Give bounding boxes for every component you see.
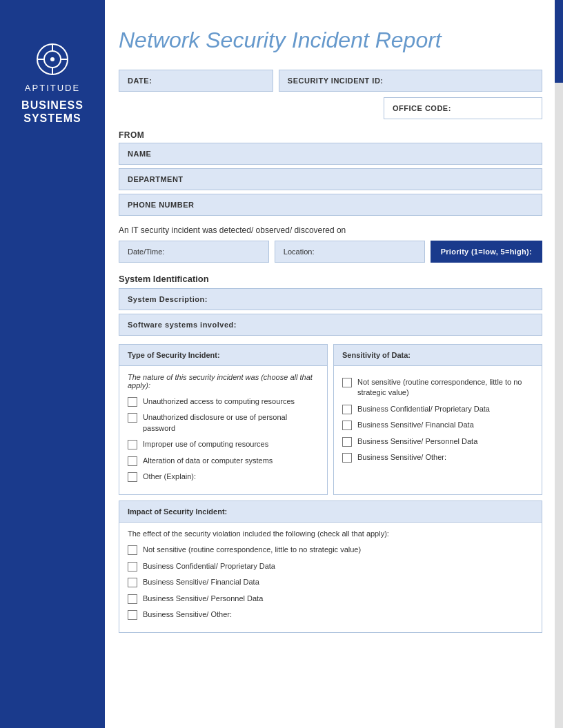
sens-checkbox-label-4: Business Sensitive/ Other: [357, 452, 446, 463]
software-field[interactable]: Software systems involved: [119, 314, 542, 336]
office-code-row: OFFICE CODE: [119, 97, 542, 119]
type-checkbox-4[interactable] [128, 472, 137, 482]
sens-checkbox-label-0: Not sensitive (routine correspondence, l… [357, 377, 533, 398]
sens-checkbox-item-1: Business Confidential/ Proprietary Data [342, 404, 533, 414]
sens-checkbox-item-0: Not sensitive (routine correspondence, l… [342, 377, 533, 398]
impact-checkbox-1[interactable] [128, 562, 137, 572]
sens-checkbox-3[interactable] [342, 437, 352, 447]
type-checkbox-1[interactable] [128, 413, 137, 423]
sensitivity-panel: Sensitivity of Data: Not sensitive (rout… [333, 344, 542, 495]
sensitivity-panel-body: Not sensitive (routine correspondence, l… [334, 366, 542, 475]
sens-checkbox-label-1: Business Confidential/ Proprietary Data [357, 404, 490, 414]
security-id-field[interactable]: SECURITY INCIDENT ID: [279, 70, 542, 92]
top-fields-row: DATE: SECURITY INCIDENT ID: [119, 70, 542, 92]
impact-header: Impact of Security Incident: [119, 501, 542, 523]
sidebar: APTITUDE BUSINESS SYSTEMS [0, 0, 105, 728]
sens-checkbox-label-2: Business Sensitive/ Financial Data [357, 420, 474, 430]
impact-subtitle: The effect of the security violation inc… [128, 529, 533, 538]
type-checkbox-label-1: Unauthorized disclosure or use of person… [143, 412, 319, 434]
type-checkbox-item-1: Unauthorized disclosure or use of person… [128, 412, 319, 434]
type-checkbox-item-4: Other (Explain): [128, 472, 319, 482]
department-field[interactable]: DEPARTMENT [119, 168, 542, 190]
impact-section: Impact of Security Incident: The effect … [119, 501, 542, 633]
type-panel-header: Type of Security Incident: [119, 345, 327, 366]
impact-checkbox-label-1: Business Confidential/ Proprietary Data [143, 561, 275, 572]
impact-checkbox-item-2: Business Sensitive/ Financial Data [128, 577, 533, 587]
incident-detail-row: Date/Time: Location: Priority (1=low, 5=… [119, 241, 542, 263]
scrollbar-thumb[interactable] [555, 0, 563, 83]
type-sensitivity-row: Type of Security Incident: The nature of… [119, 344, 542, 495]
type-panel-body: The nature of this security incident was… [119, 366, 327, 494]
impact-checkbox-label-0: Not sensitive (routine correspondence, l… [143, 545, 361, 555]
brand-main-label: BUSINESS SYSTEMS [21, 99, 83, 125]
impact-body: The effect of the security violation inc… [119, 523, 542, 632]
impact-checkbox-3[interactable] [128, 594, 137, 604]
sens-checkbox-1[interactable] [342, 405, 352, 414]
date-field[interactable]: DATE: [119, 70, 273, 92]
from-label: FROM [119, 126, 542, 143]
type-checkbox-label-4: Other (Explain): [143, 472, 196, 482]
name-field[interactable]: NAME [119, 143, 542, 165]
sens-checkbox-4[interactable] [342, 453, 352, 463]
impact-checkbox-label-3: Business Sensitive/ Personnel Data [143, 594, 263, 604]
sens-checkbox-item-3: Business Sensitive/ Personnel Data [342, 436, 533, 447]
phone-field[interactable]: PHONE NUMBER [119, 194, 542, 216]
impact-checkbox-item-3: Business Sensitive/ Personnel Data [128, 594, 533, 604]
type-checkbox-label-0: Unauthorized access to computing resourc… [143, 396, 295, 407]
sens-checkbox-item-4: Business Sensitive/ Other: [342, 452, 533, 463]
svg-point-6 [50, 57, 55, 61]
incident-location-field[interactable]: Location: [275, 241, 425, 263]
impact-checkbox-item-4: Business Sensitive/ Other: [128, 609, 533, 620]
scrollbar[interactable] [555, 0, 563, 728]
sensitivity-panel-header: Sensitivity of Data: [334, 345, 542, 366]
sens-checkbox-0[interactable] [342, 378, 352, 387]
type-panel-subtitle: The nature of this security incident was… [128, 373, 319, 390]
system-desc-field[interactable]: System Description: [119, 288, 542, 310]
system-id-title: System Identification [119, 274, 542, 284]
type-checkbox-item-2: Improper use of computing resources [128, 439, 319, 449]
impact-checkbox-label-4: Business Sensitive/ Other: [143, 609, 232, 620]
type-checkbox-2[interactable] [128, 440, 137, 449]
sens-checkbox-label-3: Business Sensitive/ Personnel Data [357, 436, 477, 447]
aptitude-icon [34, 41, 70, 77]
type-checkbox-3[interactable] [128, 456, 137, 466]
sens-checkbox-2[interactable] [342, 421, 352, 430]
incident-detected-text: An IT security incident was detected/ ob… [119, 225, 542, 235]
type-checkbox-label-3: Alteration of data or computer systems [143, 456, 273, 466]
type-checkbox-item-3: Alteration of data or computer systems [128, 456, 319, 466]
impact-checkbox-4[interactable] [128, 610, 137, 620]
incident-date-field[interactable]: Date/Time: [119, 241, 269, 263]
type-checkbox-0[interactable] [128, 397, 137, 407]
type-checkbox-item-0: Unauthorized access to computing resourc… [128, 396, 319, 407]
brand-aptitude-label: APTITUDE [25, 83, 80, 93]
impact-checkbox-item-0: Not sensitive (routine correspondence, l… [128, 545, 533, 555]
page-title: Network Security Incident Report [119, 28, 542, 53]
impact-checkbox-item-1: Business Confidential/ Proprietary Data [128, 561, 533, 572]
main-content: Network Security Incident Report DATE: S… [105, 0, 563, 728]
impact-checkbox-2[interactable] [128, 578, 137, 587]
brand-logo: APTITUDE BUSINESS SYSTEMS [21, 41, 83, 125]
incident-priority-field[interactable]: Priority (1=low, 5=high): [431, 241, 542, 263]
impact-checkbox-label-2: Business Sensitive/ Financial Data [143, 577, 259, 587]
sens-checkbox-item-2: Business Sensitive/ Financial Data [342, 420, 533, 430]
office-code-field[interactable]: OFFICE CODE: [384, 97, 542, 119]
impact-checkbox-0[interactable] [128, 545, 137, 555]
type-panel: Type of Security Incident: The nature of… [119, 344, 328, 495]
type-checkbox-label-2: Improper use of computing resources [143, 439, 268, 449]
